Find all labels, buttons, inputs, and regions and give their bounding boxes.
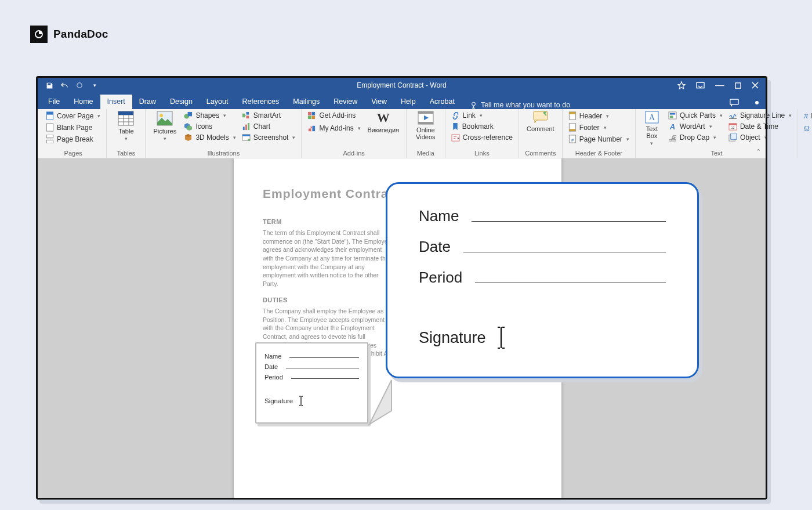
quick-parts-button[interactable]: Quick Parts▾ xyxy=(667,111,724,120)
page-number-button[interactable]: # Page Number▾ xyxy=(567,134,630,144)
shapes-button[interactable]: Shapes▾ xyxy=(183,111,237,120)
document-canvas[interactable]: Employment Contract TERM The term of thi… xyxy=(38,158,766,498)
svg-rect-30 xyxy=(313,126,316,131)
svg-rect-46 xyxy=(670,115,673,118)
object-button[interactable]: Object▾ xyxy=(727,133,793,142)
tab-mailings[interactable]: Mailings xyxy=(286,95,327,109)
tab-insert[interactable]: Insert xyxy=(100,95,132,109)
svg-rect-28 xyxy=(308,115,311,119)
tab-review[interactable]: Review xyxy=(327,95,364,109)
signature-line-button[interactable]: Signature Line▾ xyxy=(727,111,793,120)
tab-home[interactable]: Home xyxy=(67,95,100,109)
table-button[interactable]: Table ▾ xyxy=(111,111,140,142)
svg-rect-20 xyxy=(243,126,245,130)
underline xyxy=(291,378,359,379)
cover-page-button[interactable]: Cover Page▾ xyxy=(45,111,102,121)
tab-references[interactable]: References xyxy=(235,95,286,109)
field-name-label: Name xyxy=(419,207,459,225)
ribbon: Cover Page▾ Blank Page Page Break Pages xyxy=(38,109,766,158)
redo-icon[interactable] xyxy=(75,81,84,90)
ribbon-display-icon[interactable] xyxy=(696,82,705,89)
signature-fields-source: Name Date Period Signature xyxy=(255,342,368,424)
svg-rect-16 xyxy=(188,112,192,116)
underline xyxy=(286,368,359,368)
tab-layout[interactable]: Layout xyxy=(200,95,235,109)
svg-rect-45 xyxy=(670,113,675,115)
smartart-button[interactable]: SmartArt xyxy=(241,111,297,120)
quick-access-toolbar: ▾ xyxy=(41,81,99,90)
tab-file[interactable]: File xyxy=(41,95,67,109)
tab-acrobat[interactable]: Acrobat xyxy=(423,95,462,109)
group-header-footer: Header▾ Footer▾ # Page Number▾ Header & … xyxy=(563,109,636,158)
equation-button[interactable]: π Equation▾ xyxy=(803,111,812,121)
screenshot-button[interactable]: Screenshot▾ xyxy=(241,133,297,142)
bookmark-button[interactable]: Bookmark xyxy=(450,122,514,131)
group-symbols-label: Symbols xyxy=(803,150,812,157)
get-addins-button[interactable]: Get Add-ins xyxy=(306,111,361,120)
symbol-button[interactable]: Ω Symbol▾ xyxy=(803,123,812,133)
wikipedia-button[interactable]: W Википедия xyxy=(365,111,401,133)
drop-cap-button[interactable]: A Drop Cap▾ xyxy=(667,133,724,142)
page-break-button[interactable]: Page Break xyxy=(45,134,102,144)
online-videos-button[interactable]: Online Videos xyxy=(411,111,440,140)
tell-me-search[interactable]: Tell me what you want to do xyxy=(470,101,570,109)
svg-rect-17 xyxy=(242,114,245,118)
3d-models-button[interactable]: 3D Models▾ xyxy=(183,133,237,142)
group-pages: Cover Page▾ Blank Page Page Break Pages xyxy=(40,109,107,158)
tab-design[interactable]: Design xyxy=(163,95,200,109)
overflow-icon[interactable] xyxy=(755,101,759,104)
undo-icon[interactable] xyxy=(60,81,69,90)
svg-rect-12 xyxy=(118,111,133,115)
pictures-button[interactable]: Pictures ▾ xyxy=(150,111,179,142)
save-icon[interactable] xyxy=(45,81,54,90)
chart-button[interactable]: Chart xyxy=(241,122,297,131)
group-symbols: π Equation▾ Ω Symbol▾ Symbols xyxy=(798,109,812,158)
cross-reference-button[interactable]: Cross-reference xyxy=(450,133,514,142)
maximize-button[interactable] xyxy=(735,82,741,89)
group-links: Link▾ Bookmark Cross-reference Links xyxy=(445,109,519,158)
svg-text:A: A xyxy=(671,134,676,142)
underline xyxy=(472,221,666,222)
touch-mode-icon[interactable] xyxy=(677,81,686,89)
my-addins-button[interactable]: My Add-ins▾ xyxy=(306,124,361,133)
field-name-label-mini: Name xyxy=(264,353,281,360)
tab-draw[interactable]: Draw xyxy=(132,95,163,109)
header-button[interactable]: Header▾ xyxy=(567,111,630,121)
text-cursor-icon[interactable] xyxy=(496,326,506,349)
close-button[interactable] xyxy=(752,82,759,89)
svg-rect-8 xyxy=(46,124,53,131)
underline xyxy=(475,283,666,284)
group-media: Online Videos Media xyxy=(407,109,445,158)
svg-point-14 xyxy=(160,114,163,117)
icons-button[interactable]: Icons xyxy=(183,122,237,131)
comments-pane-icon[interactable] xyxy=(730,99,739,107)
underline xyxy=(289,357,359,358)
svg-rect-3 xyxy=(735,82,741,88)
group-hf-label: Header & Footer xyxy=(567,150,630,157)
comment-button[interactable]: Comment xyxy=(524,111,557,132)
pandadoc-logo-icon xyxy=(30,26,48,43)
doc-para-term: The term of this Employment Contract sha… xyxy=(263,229,393,288)
group-illustrations-label: Illustrations xyxy=(150,150,296,157)
svg-point-4 xyxy=(472,102,476,106)
footer-button[interactable]: Footer▾ xyxy=(567,122,630,132)
blank-page-button[interactable]: Blank Page xyxy=(45,122,102,132)
group-comments: Comment Comments xyxy=(519,109,563,158)
field-period-label-mini: Period xyxy=(264,374,283,381)
link-button[interactable]: Link▾ xyxy=(450,111,514,120)
group-comments-label: Comments xyxy=(524,150,557,157)
qat-customize-icon[interactable]: ▾ xyxy=(90,81,99,90)
group-tables: Table ▾ Tables xyxy=(107,109,146,158)
tab-view[interactable]: View xyxy=(364,95,394,109)
svg-rect-37 xyxy=(569,112,575,114)
minimize-button[interactable]: — xyxy=(715,83,724,88)
wordart-button[interactable]: A WordArt▾ xyxy=(667,122,724,131)
tab-help[interactable]: Help xyxy=(394,95,423,109)
svg-rect-50 xyxy=(729,124,737,125)
text-box-button[interactable]: A Text Box ▾ xyxy=(640,111,664,147)
field-signature-label: Signature xyxy=(419,329,486,347)
svg-text:12: 12 xyxy=(731,126,734,129)
svg-rect-10 xyxy=(46,140,53,143)
collapse-ribbon-icon[interactable]: ⌃ xyxy=(756,148,761,155)
date-time-button[interactable]: 12 Date & Time xyxy=(727,122,793,131)
